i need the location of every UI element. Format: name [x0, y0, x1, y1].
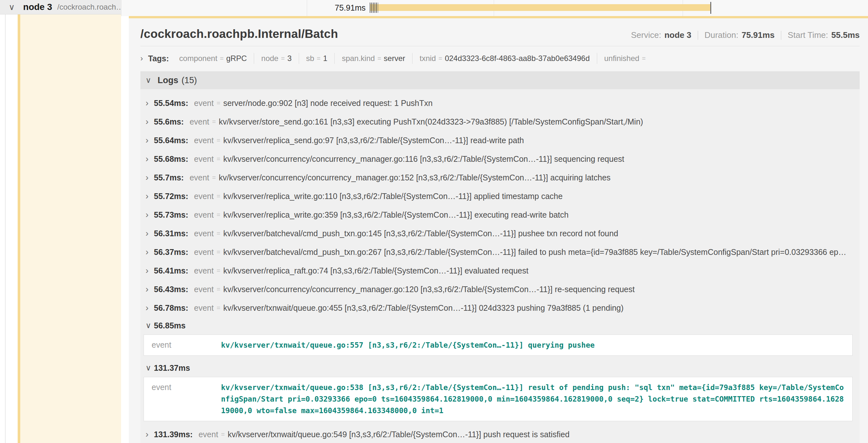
- equals-sign: =: [217, 137, 220, 144]
- logs-section: ∨ Logs (15) ›55.54ms:event=server/node.g…: [141, 71, 860, 443]
- log-field-row: eventkv/kvserver/txnwait/queue.go:557 [n…: [152, 339, 844, 351]
- span-name-row[interactable]: ∨ node 3 /cockroach.roach…: [0, 0, 121, 14]
- log-row-toggle[interactable]: ›55.64ms:event=kv/kvserver/replica_send.…: [141, 131, 860, 149]
- equals-sign: =: [220, 55, 224, 62]
- log-field-key: event: [152, 339, 221, 351]
- log-message: kv/kvserver/replica_send.go:97 [n3,s3,r6…: [223, 136, 524, 145]
- log-row-toggle[interactable]: ›56.41ms:event=kv/kvserver/replica_raft.…: [141, 261, 860, 280]
- log-message: kv/kvserver/concurrency/concurrency_mana…: [223, 155, 624, 164]
- equals-sign: =: [377, 55, 381, 62]
- log-row-toggle[interactable]: ›56.37ms:event=kv/kvserver/batcheval/cmd…: [141, 243, 860, 261]
- span-duration-bar[interactable]: [370, 4, 710, 11]
- log-row-toggle[interactable]: ›56.78ms:event=kv/kvserver/txnwait/queue…: [141, 299, 860, 317]
- log-timestamp: 131.37ms: [154, 364, 190, 373]
- log-timestamp: 56.37ms:: [154, 247, 188, 257]
- log-row-toggle[interactable]: ›55.72ms:event=kv/kvserver/replica_write…: [141, 187, 860, 205]
- chevron-right-icon: ›: [146, 172, 154, 183]
- service-value: node 3: [664, 30, 691, 40]
- span-service-name: node 3: [23, 2, 52, 12]
- log-row-toggle[interactable]: ›56.43ms:event=kv/kvserver/concurrency/c…: [141, 280, 860, 299]
- chevron-right-icon: ›: [146, 116, 154, 127]
- tag-txnid: txnid=024d3323-6c8f-4863-aa8b-37ab0e6349…: [412, 53, 596, 64]
- log-row-expanded-toggle[interactable]: ∨131.37ms: [141, 360, 860, 376]
- log-detail-card: eventkv/kvserver/txnwait/queue.go:557 [n…: [144, 335, 852, 356]
- span-color-bar: [18, 14, 20, 443]
- log-field-key: event: [194, 247, 214, 257]
- span-detail-panel: /cockroach.roachpb.Internal/Batch Servic…: [129, 16, 868, 443]
- trace-view: ∨ node 3 /cockroach.roach… 75.91ms /cock…: [0, 0, 868, 443]
- equals-sign: =: [212, 174, 216, 181]
- tag-component: component=gRPC: [172, 53, 254, 64]
- log-field-value: kv/kvserver/txnwait/queue.go:538 [n3,s3,…: [221, 382, 844, 416]
- span-end-tick: [710, 2, 711, 14]
- log-message: kv/kvserver/replica_write.go:359 [n3,s3,…: [223, 210, 568, 219]
- equals-sign: =: [281, 55, 285, 62]
- logs-title: Logs: [158, 75, 179, 86]
- logs-section-toggle[interactable]: ∨ Logs (15): [141, 71, 860, 89]
- tag-unfinished: unfinished=: [597, 53, 655, 64]
- span-duration-label: 75.91ms: [301, 3, 366, 12]
- log-field-key: event: [152, 382, 221, 416]
- tags-list: component=gRPCnode=3sb=1span.kind=server…: [172, 53, 655, 64]
- duration-value: 75.91ms: [741, 30, 775, 40]
- log-message: kv/kvserver/concurrency/concurrency_mana…: [219, 173, 611, 182]
- chevron-right-icon: ›: [146, 266, 154, 276]
- chevron-right-icon: ›: [146, 135, 154, 145]
- tag-value: server: [384, 54, 405, 63]
- tags-section-toggle[interactable]: › Tags: component=gRPCnode=3sb=1span.kin…: [141, 52, 860, 66]
- log-row-toggle[interactable]: ›55.68ms:event=kv/kvserver/concurrency/c…: [141, 149, 860, 168]
- equals-sign: =: [217, 211, 220, 218]
- service-label: Service:: [631, 30, 661, 40]
- equals-sign: =: [217, 230, 220, 237]
- tag-node: node=3: [254, 53, 299, 64]
- chevron-right-icon: ›: [146, 247, 154, 257]
- tag-value: 3: [287, 54, 291, 63]
- log-message: kv/kvserver/concurrency/concurrency_mana…: [223, 285, 635, 294]
- log-message: server/node.go:902 [n3] node received re…: [223, 99, 433, 108]
- tag-key: component: [179, 54, 217, 63]
- chevron-right-icon: ›: [146, 303, 154, 313]
- equals-sign: =: [217, 248, 220, 256]
- tag-key: span.kind: [342, 54, 375, 63]
- log-message: kv/kvserver/txnwait/queue.go:549 [n3,s3,…: [228, 430, 569, 439]
- log-row-toggle[interactable]: ›55.6ms:event=kv/kvserver/store_send.go:…: [141, 112, 860, 131]
- log-detail-card: eventkv/kvserver/txnwait/queue.go:538 [n…: [144, 377, 852, 421]
- log-field-key: event: [194, 210, 214, 219]
- equals-sign: =: [221, 431, 225, 438]
- log-row-toggle[interactable]: ›131.39ms:event=kv/kvserver/txnwait/queu…: [141, 425, 860, 443]
- tag-span.kind: span.kind=server: [334, 53, 412, 64]
- tag-value: 1: [323, 54, 327, 63]
- equals-sign: =: [438, 55, 442, 62]
- log-message: kv/kvserver/store_send.go:161 [n3,s3] ex…: [219, 117, 643, 127]
- tag-key: txnid: [420, 54, 436, 63]
- log-row-toggle[interactable]: ›55.7ms:event=kv/kvserver/concurrency/co…: [141, 168, 860, 187]
- chevron-right-icon: ›: [146, 191, 154, 201]
- log-message: kv/kvserver/batcheval/cmd_push_txn.go:26…: [223, 247, 846, 257]
- tag-value: gRPC: [226, 54, 247, 63]
- logs-count: (15): [182, 75, 197, 86]
- chevron-right-icon: ›: [146, 429, 154, 440]
- log-row-expanded-toggle[interactable]: ∨56.85ms: [141, 317, 860, 334]
- tag-key: sb: [306, 54, 314, 63]
- log-row-toggle[interactable]: ›55.54ms:event=server/node.go:902 [n3] n…: [141, 94, 860, 112]
- tags-label: Tags:: [148, 54, 169, 63]
- tag-key: unfinished: [604, 54, 639, 63]
- selected-row-highlight: [20, 14, 121, 443]
- chevron-down-icon[interactable]: ∨: [9, 2, 15, 12]
- span-detail-title: /cockroach.roachpb.Internal/Batch: [141, 27, 338, 41]
- log-timestamp: 56.43ms:: [154, 285, 188, 294]
- log-timestamp: 55.68ms:: [154, 155, 188, 164]
- tag-key: node: [261, 54, 278, 63]
- chevron-right-icon: ›: [141, 54, 143, 63]
- log-message: kv/kvserver/replica_raft.go:74 [n3,s3,r6…: [223, 266, 528, 275]
- equals-sign: =: [217, 193, 220, 200]
- span-operation-name: /cockroach.roach…: [57, 3, 121, 11]
- log-field-key: event: [194, 136, 214, 145]
- meta-separator: [781, 31, 781, 40]
- span-meta: Service: node 3 Duration: 75.91ms Start …: [631, 30, 860, 40]
- log-field-key: event: [194, 229, 214, 238]
- log-row-toggle[interactable]: ›56.31ms:event=kv/kvserver/batcheval/cmd…: [141, 224, 860, 243]
- log-timestamp: 131.39ms:: [154, 430, 193, 439]
- log-timestamp: 56.41ms:: [154, 266, 188, 275]
- log-row-toggle[interactable]: ›55.73ms:event=kv/kvserver/replica_write…: [141, 205, 860, 224]
